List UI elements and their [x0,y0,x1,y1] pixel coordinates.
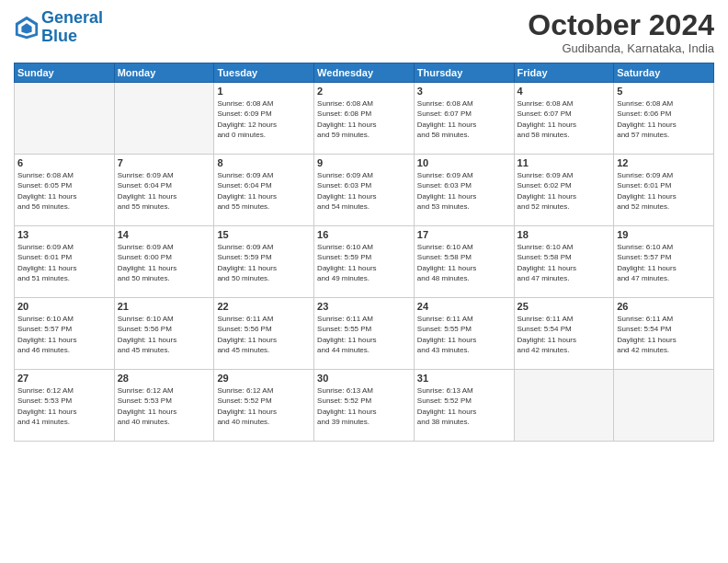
week-row-4: 20Sunrise: 6:10 AM Sunset: 5:57 PM Dayli… [15,298,714,370]
day-number: 12 [617,157,711,168]
logo-line2: Blue [41,27,77,45]
day-info: Sunrise: 6:11 AM Sunset: 5:56 PM Dayligh… [217,314,311,355]
calendar-cell: 17Sunrise: 6:10 AM Sunset: 5:58 PM Dayli… [414,226,514,298]
calendar-cell: 30Sunrise: 6:13 AM Sunset: 5:52 PM Dayli… [314,370,415,442]
calendar-cell: 24Sunrise: 6:11 AM Sunset: 5:55 PM Dayli… [414,298,514,370]
day-info: Sunrise: 6:11 AM Sunset: 5:54 PM Dayligh… [617,314,711,355]
calendar-cell: 7Sunrise: 6:09 AM Sunset: 6:04 PM Daylig… [114,155,214,226]
day-number: 15 [217,229,311,240]
weekday-header-saturday: Saturday [614,63,714,83]
day-info: Sunrise: 6:09 AM Sunset: 6:03 PM Dayligh… [417,170,511,212]
calendar-cell: 13Sunrise: 6:09 AM Sunset: 6:01 PM Dayli… [15,226,115,298]
calendar-cell: 9Sunrise: 6:09 AM Sunset: 6:03 PM Daylig… [314,155,415,226]
day-info: Sunrise: 6:08 AM Sunset: 6:06 PM Dayligh… [617,98,711,140]
calendar-cell: 21Sunrise: 6:10 AM Sunset: 5:56 PM Dayli… [114,298,214,370]
calendar-cell: 3Sunrise: 6:08 AM Sunset: 6:07 PM Daylig… [414,83,514,155]
calendar-body: 1Sunrise: 6:08 AM Sunset: 6:09 PM Daylig… [15,83,714,442]
day-info: Sunrise: 6:08 AM Sunset: 6:07 PM Dayligh… [417,98,511,140]
day-number: 31 [417,373,511,384]
day-number: 3 [417,86,511,97]
day-info: Sunrise: 6:12 AM Sunset: 5:52 PM Dayligh… [217,385,311,427]
day-info: Sunrise: 6:13 AM Sunset: 5:52 PM Dayligh… [317,385,411,427]
header: General Blue October 2024 Gudibanda, Kar… [14,9,714,55]
calendar-cell: 1Sunrise: 6:08 AM Sunset: 6:09 PM Daylig… [214,83,314,155]
calendar-cell: 5Sunrise: 6:08 AM Sunset: 6:06 PM Daylig… [614,83,714,155]
calendar-cell: 22Sunrise: 6:11 AM Sunset: 5:56 PM Dayli… [214,298,314,370]
week-row-3: 13Sunrise: 6:09 AM Sunset: 6:01 PM Dayli… [15,226,714,298]
weekday-header-monday: Monday [114,63,214,83]
calendar-cell: 28Sunrise: 6:12 AM Sunset: 5:53 PM Dayli… [114,370,214,442]
week-row-2: 6Sunrise: 6:08 AM Sunset: 6:05 PM Daylig… [15,155,714,226]
day-number: 10 [417,157,511,168]
day-number: 18 [518,229,611,240]
calendar-header: SundayMondayTuesdayWednesdayThursdayFrid… [15,63,714,83]
day-number: 24 [417,301,511,312]
day-number: 17 [417,229,511,240]
day-info: Sunrise: 6:13 AM Sunset: 5:52 PM Dayligh… [417,385,511,427]
title-section: October 2024 Gudibanda, Karnataka, India [528,9,714,55]
day-number: 28 [118,373,211,384]
day-info: Sunrise: 6:09 AM Sunset: 6:02 PM Dayligh… [518,170,611,212]
calendar-cell: 11Sunrise: 6:09 AM Sunset: 6:02 PM Dayli… [514,155,614,226]
calendar-cell: 12Sunrise: 6:09 AM Sunset: 6:01 PM Dayli… [614,155,714,226]
day-info: Sunrise: 6:10 AM Sunset: 5:58 PM Dayligh… [518,242,611,283]
calendar-cell [114,83,214,155]
day-number: 29 [217,373,311,384]
calendar-cell: 27Sunrise: 6:12 AM Sunset: 5:53 PM Dayli… [15,370,115,442]
calendar-cell: 26Sunrise: 6:11 AM Sunset: 5:54 PM Dayli… [614,298,714,370]
day-info: Sunrise: 6:08 AM Sunset: 6:08 PM Dayligh… [317,98,411,140]
day-number: 13 [17,229,111,240]
day-info: Sunrise: 6:11 AM Sunset: 5:55 PM Dayligh… [317,314,411,355]
calendar-cell: 2Sunrise: 6:08 AM Sunset: 6:08 PM Daylig… [314,83,415,155]
week-row-5: 27Sunrise: 6:12 AM Sunset: 5:53 PM Dayli… [15,370,714,442]
day-info: Sunrise: 6:12 AM Sunset: 5:53 PM Dayligh… [17,385,111,427]
day-info: Sunrise: 6:10 AM Sunset: 5:59 PM Dayligh… [317,242,411,283]
day-number: 19 [617,229,711,240]
day-number: 16 [317,229,411,240]
day-info: Sunrise: 6:08 AM Sunset: 6:09 PM Dayligh… [217,98,311,140]
day-info: Sunrise: 6:09 AM Sunset: 6:01 PM Dayligh… [617,170,711,212]
calendar-cell [614,370,714,442]
day-info: Sunrise: 6:10 AM Sunset: 5:58 PM Dayligh… [417,242,511,283]
day-info: Sunrise: 6:09 AM Sunset: 6:04 PM Dayligh… [118,170,211,212]
calendar-cell: 4Sunrise: 6:08 AM Sunset: 6:07 PM Daylig… [514,83,614,155]
day-number: 21 [118,301,211,312]
logo: General Blue [14,9,103,46]
day-number: 11 [518,157,611,168]
week-row-1: 1Sunrise: 6:08 AM Sunset: 6:09 PM Daylig… [15,83,714,155]
calendar-cell: 25Sunrise: 6:11 AM Sunset: 5:54 PM Dayli… [514,298,614,370]
weekday-header-tuesday: Tuesday [214,63,314,83]
day-info: Sunrise: 6:09 AM Sunset: 6:01 PM Dayligh… [17,242,111,283]
day-number: 26 [617,301,711,312]
calendar-cell: 31Sunrise: 6:13 AM Sunset: 5:52 PM Dayli… [414,370,514,442]
calendar-cell: 29Sunrise: 6:12 AM Sunset: 5:52 PM Dayli… [214,370,314,442]
month-title: October 2024 [528,9,714,41]
day-info: Sunrise: 6:12 AM Sunset: 5:53 PM Dayligh… [118,385,211,427]
calendar-cell: 6Sunrise: 6:08 AM Sunset: 6:05 PM Daylig… [15,155,115,226]
day-number: 23 [317,301,411,312]
day-info: Sunrise: 6:11 AM Sunset: 5:55 PM Dayligh… [417,314,511,355]
day-info: Sunrise: 6:10 AM Sunset: 5:57 PM Dayligh… [617,242,711,283]
day-number: 1 [217,86,311,97]
day-number: 7 [118,157,211,168]
day-info: Sunrise: 6:11 AM Sunset: 5:54 PM Dayligh… [518,314,611,355]
day-info: Sunrise: 6:10 AM Sunset: 5:56 PM Dayligh… [118,314,211,355]
day-number: 30 [317,373,411,384]
calendar-cell [15,83,115,155]
day-number: 5 [617,86,711,97]
weekday-header-sunday: Sunday [15,63,115,83]
calendar-cell: 16Sunrise: 6:10 AM Sunset: 5:59 PM Dayli… [314,226,415,298]
weekday-header-friday: Friday [514,63,614,83]
calendar-cell: 14Sunrise: 6:09 AM Sunset: 6:00 PM Dayli… [114,226,214,298]
day-info: Sunrise: 6:08 AM Sunset: 6:05 PM Dayligh… [17,170,111,212]
logo-text: General Blue [41,9,103,46]
calendar-cell: 8Sunrise: 6:09 AM Sunset: 6:04 PM Daylig… [214,155,314,226]
calendar-cell [514,370,614,442]
logo-line1: General [41,8,103,27]
logo-icon [14,15,40,40]
day-number: 20 [17,301,111,312]
calendar-table: SundayMondayTuesdayWednesdayThursdayFrid… [14,63,714,442]
day-number: 27 [17,373,111,384]
page: General Blue October 2024 Gudibanda, Kar… [0,0,728,563]
day-number: 22 [217,301,311,312]
